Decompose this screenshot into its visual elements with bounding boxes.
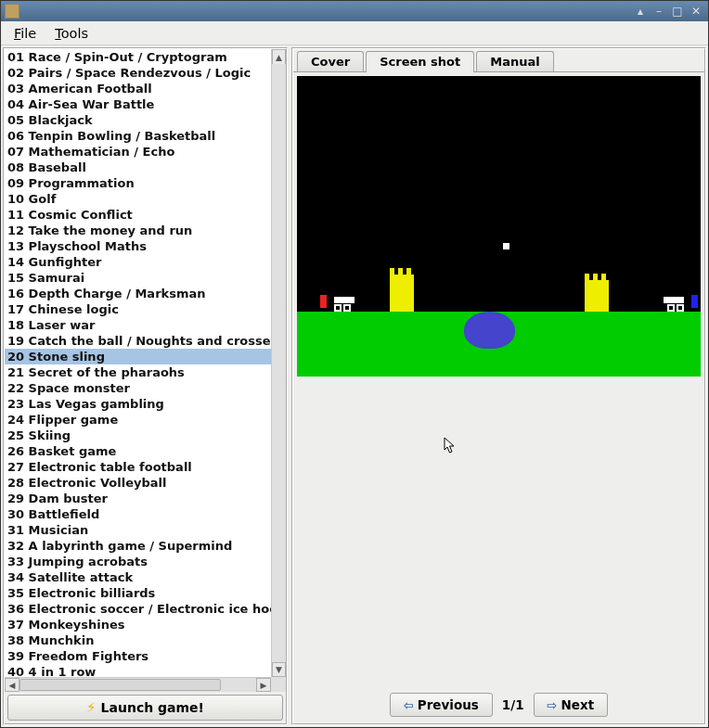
list-item[interactable]: 06 Tenpin Bowling / Basketball [5,128,271,144]
menubar: File Tools [1,21,708,45]
game-list[interactable]: 01 Race / Spin-Out / Cryptogram02 Pairs … [5,49,271,677]
menu-tools[interactable]: Tools [45,23,97,44]
list-item[interactable]: 31 Musician [5,522,271,538]
game-catapult-right [664,297,691,312]
list-item[interactable]: 13 Playschool Maths [5,238,271,254]
arrow-left-icon: ⇦ [404,698,414,712]
tab-manual[interactable]: Manual [476,51,553,72]
hscroll-thumb[interactable] [19,679,221,691]
list-item[interactable]: 14 Gunfighter [5,254,271,270]
scroll-up-button[interactable]: ▲ [272,49,286,64]
list-item[interactable]: 19 Catch the ball / Noughts and crosses [5,333,271,349]
list-item[interactable]: 16 Depth Charge / Marksman [5,286,271,301]
list-item[interactable]: 07 Mathematician / Echo [5,144,271,160]
list-item[interactable]: 12 Take the money and run [5,223,271,238]
list-item[interactable]: 01 Race / Spin-Out / Cryptogram [5,49,271,65]
next-button[interactable]: ⇨ Next [534,693,609,717]
menu-file[interactable]: File [5,23,45,44]
list-item[interactable]: 39 Freedom Fighters [5,648,271,664]
list-item[interactable]: 34 Satellite attack [5,569,271,585]
list-item[interactable]: 35 Electronic billiards [5,585,271,601]
game-castle-right [585,280,609,312]
list-item[interactable]: 26 Basket game [5,443,271,459]
list-item[interactable]: 20 Stone sling [5,349,271,364]
horizontal-scrollbar[interactable]: ◀ ▶ [5,677,271,692]
roll-up-button[interactable]: ▴ [632,4,649,19]
next-label: Next [561,697,594,712]
list-item[interactable]: 28 Electronic Volleyball [5,475,271,491]
right-pane: Cover Screen shot Manual [291,47,706,725]
list-item[interactable]: 18 Laser war [5,317,271,333]
list-item[interactable]: 38 Munchkin [5,632,271,648]
detail-area [295,378,703,688]
launch-game-button[interactable]: ⚡ Launch game! [7,695,283,721]
list-item[interactable]: 40 4 in 1 row [5,664,271,677]
page-indicator: 1/1 [502,697,524,712]
scroll-right-button[interactable]: ▶ [256,678,271,692]
tab-strip: Cover Screen shot Manual [293,49,704,72]
game-projectile [503,243,509,249]
menu-tools-rest: ools [61,26,88,41]
list-item[interactable]: 02 Pairs / Space Rendezvous / Logic [5,65,271,81]
vertical-scrollbar[interactable]: ▲ ▼ [271,49,286,677]
content-area: 01 Race / Spin-Out / Cryptogram02 Pairs … [1,45,708,727]
close-button[interactable]: ✕ [688,4,704,19]
list-item[interactable]: 23 Las Vegas gambling [5,396,271,412]
list-item[interactable]: 32 A labyrinth game / Supermind [5,538,271,554]
scroll-corner [271,677,286,692]
previous-button[interactable]: ⇦ Previous [390,693,493,717]
game-castle-left [390,275,414,312]
list-item[interactable]: 15 Samurai [5,270,271,286]
list-item[interactable]: 37 Monkeyshines [5,617,271,632]
list-item[interactable]: 04 Air-Sea War Battle [5,96,271,112]
lightning-icon: ⚡ [86,699,97,716]
tab-cover[interactable]: Cover [297,51,364,72]
list-item[interactable]: 24 Flipper game [5,412,271,428]
maximize-button[interactable]: □ [669,4,686,19]
left-pane: 01 Race / Spin-Out / Cryptogram02 Pairs … [3,47,288,725]
scroll-down-button[interactable]: ▼ [272,662,286,677]
list-item[interactable]: 27 Electronic table football [5,459,271,475]
list-item[interactable]: 36 Electronic soccer / Electronic ice ho… [5,601,271,617]
titlebar: ▴ – □ ✕ [1,1,708,21]
tab-body: ⇦ Previous 1/1 ⇨ Next [293,71,704,723]
list-item[interactable]: 25 Skiing [5,428,271,443]
game-catapult-left [327,297,354,312]
list-item[interactable]: 17 Chinese logic [5,301,271,317]
list-item[interactable]: 21 Secret of the pharaohs [5,364,271,380]
previous-label: Previous [418,697,479,712]
list-item[interactable]: 05 Blackjack [5,112,271,128]
list-item[interactable]: 22 Space monster [5,380,271,396]
list-item[interactable]: 33 Jumping acrobats [5,554,271,569]
list-item[interactable]: 03 American Football [5,81,271,96]
list-item[interactable]: 11 Cosmic Conflict [5,207,271,223]
list-item[interactable]: 30 Battlefield [5,506,271,522]
screenshot-viewport [297,76,701,377]
list-item[interactable]: 08 Baseball [5,160,271,175]
list-item[interactable]: 09 Programmation [5,175,271,191]
minimize-button[interactable]: – [651,4,667,19]
tab-screenshot[interactable]: Screen shot [366,51,474,72]
menu-file-rest: ile [20,26,36,41]
hscroll-track[interactable] [19,678,256,692]
launch-label: Launch game! [101,700,204,715]
game-list-wrapper: 01 Race / Spin-Out / Cryptogram02 Pairs … [5,49,286,692]
app-icon [5,4,19,19]
app-window: ▴ – □ ✕ File Tools 01 Race / Spin-Out / … [0,0,709,728]
list-item[interactable]: 29 Dam buster [5,491,271,506]
game-pond [464,312,515,349]
arrow-right-icon: ⇨ [548,698,558,712]
mouse-cursor-icon [444,438,457,454]
nav-bar: ⇦ Previous 1/1 ⇨ Next [295,688,703,722]
scroll-left-button[interactable]: ◀ [5,678,19,692]
list-item[interactable]: 10 Golf [5,191,271,207]
